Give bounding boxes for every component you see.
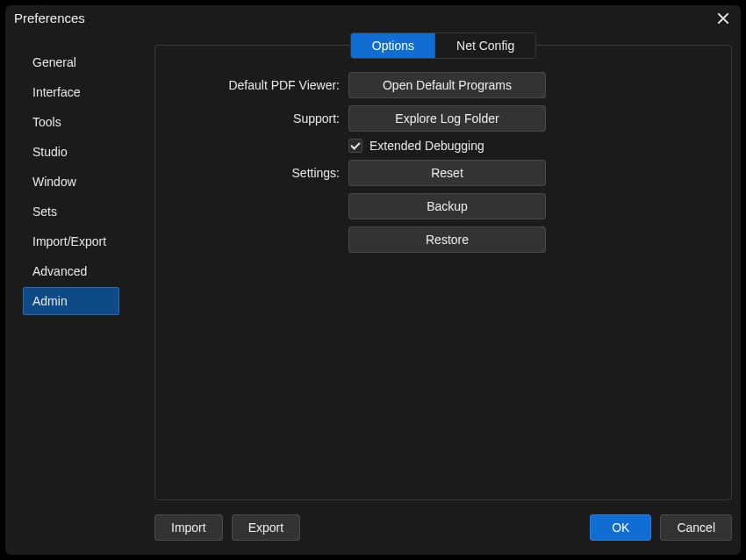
restore-button[interactable]: Restore xyxy=(348,226,546,253)
row-pdf-viewer: Default PDF Viewer: Open Default Program… xyxy=(173,72,714,98)
footer-right: OK Cancel xyxy=(590,514,732,541)
sidebar-item-window[interactable]: Window xyxy=(23,168,119,196)
content-area: General Interface Tools Studio Window Se… xyxy=(5,32,741,555)
extended-debugging-label: Extended Debugging xyxy=(369,139,484,153)
extended-debugging-checkbox[interactable] xyxy=(348,139,362,153)
reset-button[interactable]: Reset xyxy=(348,160,546,186)
row-settings-reset: Settings: Reset xyxy=(173,160,714,186)
sidebar-item-sets[interactable]: Sets xyxy=(23,197,119,226)
row-settings-backup: Backup xyxy=(173,193,714,219)
label-pdf-viewer: Default PDF Viewer: xyxy=(173,78,348,92)
import-button[interactable]: Import xyxy=(154,514,223,541)
sidebar-item-interface[interactable]: Interface xyxy=(23,78,119,106)
row-support: Support: Explore Log Folder xyxy=(173,105,714,132)
tab-options[interactable]: Options xyxy=(351,33,435,58)
tab-net-config[interactable]: Net Config xyxy=(435,33,535,58)
sidebar-item-general[interactable]: General xyxy=(23,48,119,76)
options-panel: Default PDF Viewer: Open Default Program… xyxy=(154,45,732,500)
main-area: Options Net Config Default PDF Viewer: O… xyxy=(154,32,732,546)
ok-button[interactable]: OK xyxy=(590,514,651,541)
close-icon[interactable] xyxy=(716,11,730,25)
open-default-programs-button[interactable]: Open Default Programs xyxy=(348,72,546,98)
extended-debugging-checkbox-row: Extended Debugging xyxy=(348,139,484,153)
label-support: Support: xyxy=(173,111,348,126)
panel-wrapper: Options Net Config Default PDF Viewer: O… xyxy=(154,32,732,500)
cancel-button[interactable]: Cancel xyxy=(660,514,732,541)
category-sidebar: General Interface Tools Studio Window Se… xyxy=(14,32,154,546)
dialog-footer: Import Export OK Cancel xyxy=(154,500,732,546)
tab-strip: Options Net Config xyxy=(350,32,536,59)
sidebar-item-admin[interactable]: Admin xyxy=(23,287,119,315)
window-title: Preferences xyxy=(14,11,85,25)
backup-button[interactable]: Backup xyxy=(348,193,546,219)
sidebar-item-import-export[interactable]: Import/Export xyxy=(23,227,119,255)
row-debugging: Extended Debugging xyxy=(173,139,714,153)
sidebar-item-studio[interactable]: Studio xyxy=(23,138,119,166)
sidebar-item-tools[interactable]: Tools xyxy=(23,108,119,136)
titlebar: Preferences xyxy=(5,5,741,32)
explore-log-folder-button[interactable]: Explore Log Folder xyxy=(348,105,546,132)
preferences-window: Preferences General Interface Tools Stud… xyxy=(5,5,741,555)
row-settings-restore: Restore xyxy=(173,226,714,253)
footer-left: Import Export xyxy=(154,514,300,541)
label-settings: Settings: xyxy=(173,166,348,180)
sidebar-item-advanced[interactable]: Advanced xyxy=(23,257,119,285)
export-button[interactable]: Export xyxy=(232,514,300,541)
